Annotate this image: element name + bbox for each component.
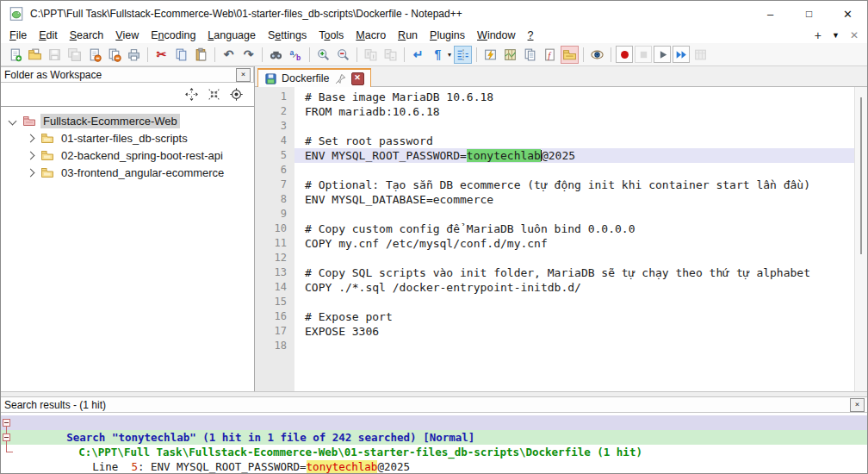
folder-as-workspace-icon[interactable] xyxy=(561,46,579,64)
close-tab-button[interactable]: ✕ xyxy=(850,29,859,41)
tree-item-2[interactable]: 02-backend_spring-boot-rest-api xyxy=(1,147,254,164)
chevron-right-icon[interactable] xyxy=(27,168,35,177)
tab-close-icon[interactable]: ✕ xyxy=(351,72,364,85)
tree-item-3[interactable]: 03-frontend_angular-ecommerce xyxy=(1,164,254,181)
vertical-scrollbar-thumb[interactable] xyxy=(860,97,862,254)
macro-play-icon[interactable] xyxy=(654,46,671,63)
paste-icon[interactable] xyxy=(192,46,210,64)
replace-icon[interactable]: ab xyxy=(287,46,305,64)
close-file-icon[interactable] xyxy=(85,46,103,64)
expand-all-icon[interactable] xyxy=(184,87,199,102)
fold-toggle-search[interactable] xyxy=(3,419,10,427)
save-all-icon[interactable] xyxy=(65,46,84,64)
new-tab-button[interactable]: + xyxy=(815,28,822,42)
code-line-6[interactable] xyxy=(294,163,854,178)
code-line-4[interactable]: # Set root password xyxy=(294,134,854,148)
code-line-14[interactable]: COPY ./*.sql /docker-entrypoint-initdb.d… xyxy=(294,280,854,295)
line-number: 12 xyxy=(255,251,287,265)
code-line-16[interactable]: # Expose port xyxy=(294,309,854,324)
menu-macro[interactable]: Macro xyxy=(350,28,392,42)
find-icon[interactable] xyxy=(267,46,285,64)
menu-settings[interactable]: Settings xyxy=(262,28,313,42)
code-line-2[interactable]: FROM mariadb:10.6.18 xyxy=(294,104,854,119)
menu-language[interactable]: Language xyxy=(202,28,262,42)
code-line-8[interactable]: ENV MYSQL_DATABASE=ecommerce xyxy=(294,192,854,207)
tree-item-label: 03-frontend_angular-ecommerce xyxy=(59,165,226,180)
code-line-12[interactable] xyxy=(294,251,854,265)
menu-run[interactable]: Run xyxy=(392,28,424,42)
collapse-all-icon[interactable] xyxy=(207,87,221,102)
menu-plugins[interactable]: Plugins xyxy=(424,28,471,42)
chevron-right-icon[interactable] xyxy=(27,134,35,142)
menu-encoding[interactable]: Encoding xyxy=(145,28,202,42)
code-line-11[interactable]: COPY my.cnf /etc/mysql/conf.d/my.cnf xyxy=(294,236,854,251)
menu-file[interactable]: File xyxy=(3,28,33,42)
macro-run-multiple-icon[interactable] xyxy=(673,46,690,63)
code-line-3[interactable] xyxy=(294,119,854,134)
code-line-17[interactable]: EXPOSE 3306 xyxy=(294,324,854,339)
code-line-5[interactable]: ENV MYSQL_ROOT_PASSWORD=tonytechlab@2025 xyxy=(294,148,854,163)
search-results-close-button[interactable]: × xyxy=(850,398,865,412)
close-button[interactable]: ✕ xyxy=(828,1,867,27)
sync-vertical-scroll-icon[interactable] xyxy=(362,46,380,64)
open-file-icon[interactable] xyxy=(26,46,44,64)
code-area[interactable]: # Base image MariaDB 10.6.18FROM mariadb… xyxy=(294,87,854,391)
zoom-out-icon[interactable] xyxy=(334,46,352,64)
search-summary-row[interactable]: Search "tonytechlab" (1 hit in 1 file of… xyxy=(1,415,867,430)
line-number: 16 xyxy=(255,309,287,324)
menu-tools[interactable]: Tools xyxy=(313,28,350,42)
document-map-icon[interactable] xyxy=(501,46,519,64)
show-all-chars-dropdown-icon[interactable]: ▾ xyxy=(448,51,451,59)
tab-list-dropdown[interactable]: ▼ xyxy=(832,31,840,40)
tree-item-1[interactable]: 01-starter-files_db-scripts xyxy=(1,129,254,147)
locate-current-file-icon[interactable] xyxy=(229,87,244,102)
new-file-icon[interactable] xyxy=(6,46,24,64)
menu-window[interactable]: Window xyxy=(471,28,521,42)
maximize-button[interactable]: □ xyxy=(790,1,828,27)
redo-icon[interactable]: ↷ xyxy=(239,46,257,64)
fold-toggle-file[interactable] xyxy=(3,433,10,441)
tree-item-root[interactable]: Fullstack-Ecommerce-Web xyxy=(1,112,254,129)
sync-horizontal-scroll-icon[interactable] xyxy=(381,46,400,64)
tree-item-label: 02-backend_spring-boot-rest-api xyxy=(59,148,226,163)
code-line-18[interactable] xyxy=(294,339,854,353)
code-line-1[interactable]: # Base image MariaDB 10.6.18 xyxy=(294,90,854,104)
minimize-button[interactable]: – xyxy=(751,1,790,27)
menu-?[interactable]: ? xyxy=(522,28,540,42)
show-all-chars-icon[interactable]: ¶ xyxy=(429,46,447,64)
tab-dockerfile[interactable]: Dockerfile ✕ xyxy=(257,68,371,87)
cut-icon[interactable]: ✂ xyxy=(152,46,170,64)
vertical-scrollbar[interactable] xyxy=(854,87,867,391)
line-number: 3 xyxy=(255,119,287,134)
copy-icon[interactable] xyxy=(172,46,190,64)
code-line-7[interactable]: # Optional: Tạo sẵn DB ecommerce (tự độn… xyxy=(294,178,854,192)
macro-stop-icon[interactable] xyxy=(635,46,652,63)
chevron-down-icon[interactable] xyxy=(9,116,17,125)
code-line-9[interactable] xyxy=(294,207,854,221)
code-line-15[interactable] xyxy=(294,295,854,309)
print-icon[interactable] xyxy=(125,46,143,64)
shortcut-mapper-icon[interactable] xyxy=(481,46,499,64)
zoom-in-icon[interactable] xyxy=(314,46,332,64)
monitoring-eye-icon[interactable] xyxy=(588,46,606,64)
code-line-13[interactable]: # Copy SQL scripts vào init folder, Mari… xyxy=(294,265,854,280)
macro-save-icon[interactable] xyxy=(691,46,710,64)
save-file-icon[interactable] xyxy=(46,46,64,64)
function-list-icon[interactable]: f xyxy=(541,46,559,64)
menu-view[interactable]: View xyxy=(109,28,145,42)
undo-icon[interactable]: ↶ xyxy=(220,46,238,64)
pin-icon[interactable] xyxy=(334,72,347,85)
line-number-margin: 123456789101112131415161718 xyxy=(255,87,294,391)
code-line-10[interactable]: # Copy custom config để MariaDB luôn bin… xyxy=(294,221,854,236)
document-list-icon[interactable] xyxy=(521,46,539,64)
menu-search[interactable]: Search xyxy=(64,28,110,42)
word-wrap-icon[interactable]: ↵ xyxy=(409,46,427,64)
menu-edit[interactable]: Edit xyxy=(33,28,64,42)
chevron-right-icon[interactable] xyxy=(27,151,35,159)
macro-record-icon[interactable] xyxy=(616,46,633,63)
close-all-icon[interactable] xyxy=(105,46,123,64)
hit-line-label: Line xyxy=(92,460,131,473)
folder-workspace-close-button[interactable]: × xyxy=(236,68,251,82)
toolbar-separator xyxy=(404,47,405,62)
indent-guide-icon[interactable] xyxy=(454,46,472,64)
